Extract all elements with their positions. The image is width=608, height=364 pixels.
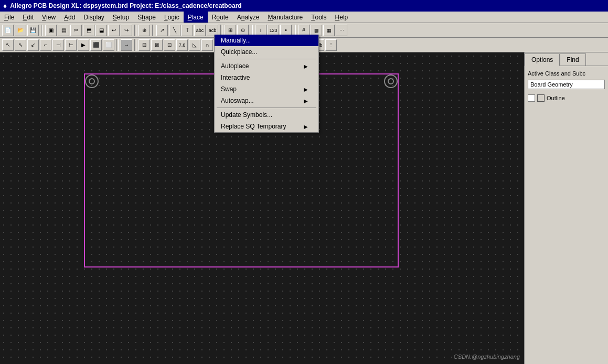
menu-analyze[interactable]: Analyze (233, 12, 264, 23)
menu-place[interactable]: Place (184, 12, 208, 23)
panel-tabs: Options Find (525, 52, 608, 66)
menu-item-quickplace[interactable]: Quickplace... (215, 46, 318, 58)
tb2-5[interactable]: ⊣ (52, 39, 64, 51)
tb-cut[interactable]: ✂ (70, 25, 82, 36)
title-text: Allegro PCB Design XL: dspsystem.brd Pro… (10, 2, 241, 9)
tb2-7[interactable]: ▶ (78, 39, 89, 51)
outline-label: Outline (547, 95, 565, 101)
menu-shape[interactable]: Shape (133, 12, 160, 23)
menu-tools[interactable]: Tools (307, 12, 330, 23)
menu-item-autoswap[interactable]: Autoswap... ▶ (215, 95, 318, 106)
tb-zoom-in[interactable]: ⊕ (138, 25, 150, 36)
menu-item-autoplace[interactable]: Autoplace ▶ (215, 60, 318, 72)
tb-sep-2 (134, 25, 136, 36)
tb-copy[interactable]: ⬒ (83, 25, 94, 36)
menu-logic[interactable]: Logic (160, 12, 184, 23)
menu-route[interactable]: Route (208, 12, 233, 23)
menu-item-swap[interactable]: Swap ▶ (215, 83, 318, 95)
autoswap-label: Autoswap... (221, 97, 254, 104)
tb-paste[interactable]: ⬓ (95, 25, 107, 36)
tb2-9[interactable]: ⬜ (103, 39, 114, 51)
menu-manufacture[interactable]: Manufacture (263, 12, 307, 23)
tb2-final[interactable]: ⋮ (325, 39, 337, 51)
replace-sq-label: Replace SQ Temporary (221, 123, 286, 130)
right-panel: Options Find Active Class and Subc Outli… (524, 52, 608, 364)
tb-text[interactable]: T (182, 25, 193, 36)
board-geometry-field[interactable] (528, 80, 605, 89)
interactive-label: Interactive (221, 74, 250, 81)
tb2-route4[interactable]: 7.6 (176, 39, 188, 51)
menu-item-manually[interactable]: Manually... (215, 35, 318, 46)
tb-acb[interactable]: abc (194, 25, 206, 36)
tb-sep-1 (41, 25, 43, 36)
menu-help[interactable]: Help (331, 12, 353, 23)
menu-bar: File Edit View Add Display Setup Shape L… (0, 12, 608, 23)
tb-undo[interactable]: ↩ (108, 25, 120, 36)
replace-sq-arrow: ▶ (304, 124, 308, 130)
tb2-6[interactable]: ⊢ (65, 39, 77, 51)
menu-item-update-symbols[interactable]: Update Symbols... (215, 109, 318, 121)
tb2-sep-1 (116, 39, 119, 51)
place-dropdown-menu: Manually... Quickplace... Autoplace ▶ In… (214, 35, 319, 133)
tb-redo[interactable]: ↪ (121, 25, 132, 36)
menu-separator-2 (217, 108, 316, 108)
autoswap-arrow: ▶ (304, 98, 308, 104)
menu-setup[interactable]: Setup (109, 12, 133, 23)
tb-save[interactable]: 💾 (27, 25, 39, 36)
title-bar: ♦ Allegro PCB Design XL: dspsystem.brd P… (0, 0, 608, 12)
menu-separator-1 (217, 59, 316, 59)
tb2-arrow[interactable]: → (121, 39, 132, 51)
tab-find[interactable]: Find (560, 53, 585, 66)
tb-sep-3 (152, 25, 154, 36)
tb-layer2[interactable]: ▦ (323, 25, 335, 36)
tb2-8[interactable]: ⬛ (90, 39, 102, 51)
corner-tr (383, 73, 399, 89)
corner-circle-tr (384, 74, 398, 88)
tb2-arc[interactable]: ∩ (201, 39, 213, 51)
tb-layer3[interactable]: ⋯ (336, 25, 347, 36)
tb2-3[interactable]: ↙ (27, 39, 39, 51)
autoplace-arrow: ▶ (304, 63, 308, 69)
tb-select[interactable]: ↗ (156, 25, 168, 36)
tb-snap2[interactable]: ▤ (58, 25, 69, 36)
active-class-label: Active Class and Subc (528, 70, 605, 77)
tb-line[interactable]: ╲ (169, 25, 180, 36)
quickplace-label: Quickplace... (221, 48, 257, 56)
autoplace-label: Autoplace (221, 62, 249, 70)
outline-checkbox[interactable] (528, 94, 535, 102)
menu-edit[interactable]: Edit (18, 12, 38, 23)
outline-color (537, 94, 545, 102)
tb2-route3[interactable]: ⊡ (164, 39, 175, 51)
app-icon: ♦ (3, 2, 7, 10)
corner-tl (84, 73, 100, 89)
outline-row: Outline (528, 94, 605, 102)
tb2-angle[interactable]: ◺ (189, 39, 200, 51)
menu-add[interactable]: Add (60, 12, 79, 23)
menu-display[interactable]: Display (79, 12, 108, 23)
tb2-1[interactable]: ↖ (2, 39, 14, 51)
corner-circle-tl (85, 74, 99, 88)
swap-label: Swap (221, 85, 237, 93)
menu-item-replace-sq[interactable]: Replace SQ Temporary ▶ (215, 121, 318, 132)
panel-content: Active Class and Subc Outline (525, 66, 608, 106)
watermark: CSDN:@ngzhubingzhang (454, 354, 520, 360)
tb2-2[interactable]: ⇖ (15, 39, 26, 51)
manually-label: Manually... (221, 37, 251, 44)
tb-new[interactable]: 📄 (2, 25, 14, 36)
tb2-4[interactable]: ⌐ (40, 39, 51, 51)
tb2-route1[interactable]: ⊟ (138, 39, 150, 51)
menu-item-interactive[interactable]: Interactive (215, 72, 318, 83)
menu-view[interactable]: View (38, 12, 60, 23)
tb2-route2[interactable]: ⊠ (151, 39, 163, 51)
tb2-sep-2 (134, 39, 136, 51)
update-symbols-label: Update Symbols... (221, 111, 272, 119)
tab-options[interactable]: Options (525, 53, 560, 66)
swap-arrow: ▶ (304, 87, 308, 92)
menu-file[interactable]: File (0, 12, 18, 23)
tb-open[interactable]: 📂 (15, 25, 26, 36)
tb-snap1[interactable]: ▣ (45, 25, 57, 36)
